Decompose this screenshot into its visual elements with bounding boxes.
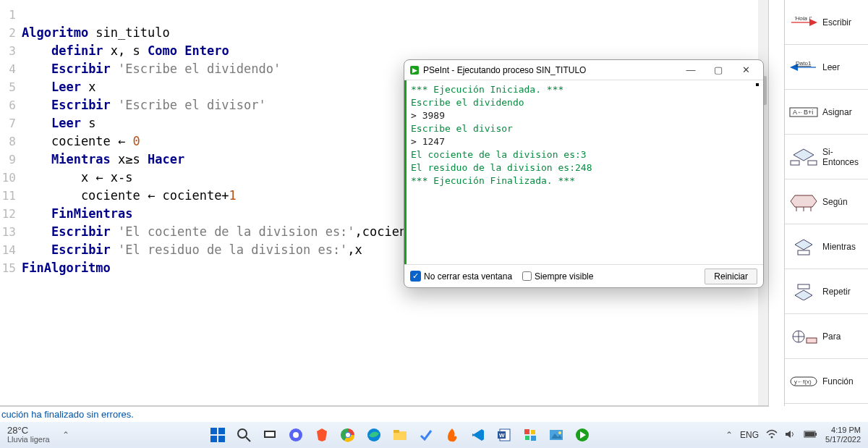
cursor-dot bbox=[756, 83, 759, 86]
clock-date: 5/17/2022 bbox=[825, 435, 861, 444]
svg-rect-26 bbox=[265, 432, 274, 436]
svg-rect-41 bbox=[531, 436, 536, 441]
cmd-si-entonces[interactable]: Si-Entonces bbox=[785, 135, 868, 179]
app-icon[interactable] bbox=[522, 427, 538, 443]
svg-rect-21 bbox=[210, 436, 217, 442]
brave-icon[interactable] bbox=[314, 427, 330, 443]
kw-algoritmo: Algoritmo bbox=[22, 25, 88, 40]
tray-chevron-icon[interactable]: ⌃ bbox=[726, 430, 733, 440]
todo-icon[interactable] bbox=[418, 427, 434, 443]
cmd-repetir[interactable]: Repetir bbox=[785, 269, 868, 314]
chk-label: No cerrar esta ventana bbox=[424, 271, 512, 282]
cmd-label: Mientras bbox=[822, 242, 868, 252]
para-icon bbox=[789, 324, 818, 350]
status-bar: cución ha finalizado sin errores. bbox=[0, 406, 769, 422]
flame-icon[interactable] bbox=[444, 427, 460, 443]
close-button[interactable]: ✕ bbox=[734, 64, 757, 75]
restart-button[interactable]: Reiniciar bbox=[705, 269, 757, 284]
svg-marker-11 bbox=[795, 240, 812, 250]
console-output[interactable]: *** Ejecución Iniciada. *** Escribe el d… bbox=[404, 80, 763, 264]
search-icon[interactable] bbox=[236, 427, 252, 443]
taskbar-center: W bbox=[75, 427, 726, 443]
svg-text:y←f(x): y←f(x) bbox=[794, 379, 812, 385]
cmd-asignar[interactable]: A←B+i Asignar bbox=[785, 90, 868, 135]
check-icon: ✓ bbox=[410, 271, 421, 282]
svg-text:W: W bbox=[499, 432, 505, 439]
svg-rect-39 bbox=[531, 430, 535, 434]
svg-point-31 bbox=[346, 433, 350, 437]
weather-cond: Lluvia ligera bbox=[7, 435, 50, 444]
asignar-icon: A←B+i bbox=[789, 99, 818, 125]
edge-icon[interactable] bbox=[366, 427, 382, 443]
svg-line-24 bbox=[246, 437, 250, 441]
svg-marker-4 bbox=[793, 149, 814, 161]
taskbar[interactable]: 28°C Lluvia ligera ⌃ bbox=[0, 422, 868, 448]
cmd-segun[interactable]: Según bbox=[785, 179, 868, 224]
popup-title-text: PSeInt - Ejecutando proceso SIN_TITULO bbox=[423, 65, 586, 75]
cmd-mientras[interactable]: Mientras bbox=[785, 224, 868, 269]
maximize-button[interactable]: ▢ bbox=[707, 64, 730, 75]
cmd-label: Para bbox=[822, 331, 868, 342]
cmd-label: Asignar bbox=[822, 107, 868, 117]
pseint-icon[interactable] bbox=[574, 427, 590, 443]
svg-marker-7 bbox=[791, 195, 817, 207]
status-text: cución ha finalizado sin errores. bbox=[1, 409, 134, 420]
svg-marker-48 bbox=[786, 431, 791, 438]
command-panel: 'Hola !' Escribir Dato1 Leer A←B+i Asign… bbox=[784, 0, 868, 406]
execution-window[interactable]: ▶ PSeInt - Ejecutando proceso SIN_TITULO… bbox=[404, 59, 764, 288]
svg-rect-19 bbox=[210, 428, 217, 434]
popup-titlebar[interactable]: ▶ PSeInt - Ejecutando proceso SIN_TITULO… bbox=[404, 60, 763, 80]
svg-rect-40 bbox=[525, 436, 529, 440]
checkbox[interactable] bbox=[522, 271, 532, 281]
cmd-leer[interactable]: Dato1 Leer bbox=[785, 45, 868, 90]
funcion-icon: y←f(x) bbox=[789, 368, 818, 394]
cmd-label: Según bbox=[822, 197, 868, 207]
explorer-icon[interactable] bbox=[392, 427, 408, 443]
start-icon[interactable] bbox=[210, 427, 226, 443]
svg-rect-6 bbox=[808, 161, 817, 165]
wifi-icon[interactable] bbox=[766, 429, 778, 441]
cmd-label: Si-Entonces bbox=[822, 147, 868, 167]
svg-rect-5 bbox=[791, 161, 799, 165]
svg-rect-38 bbox=[524, 429, 529, 434]
chk-label: Siempre visible bbox=[535, 271, 593, 282]
svg-point-28 bbox=[293, 432, 299, 438]
code-area[interactable]: Algoritmo sin_titulo definir x, s Como E… bbox=[22, 0, 422, 295]
segun-icon bbox=[789, 189, 818, 215]
cmd-escribir[interactable]: 'Hola !' Escribir bbox=[785, 0, 868, 45]
chrome-icon[interactable] bbox=[340, 427, 356, 443]
svg-marker-14 bbox=[795, 290, 812, 300]
leer-icon: Dato1 bbox=[789, 54, 818, 80]
weather-temp: 28°C bbox=[7, 426, 50, 435]
svg-rect-34 bbox=[393, 430, 399, 433]
volume-icon[interactable] bbox=[785, 429, 796, 441]
chevron-up-icon[interactable]: ⌃ bbox=[57, 430, 75, 440]
chk-no-close[interactable]: ✓ No cerrar esta ventana bbox=[410, 271, 512, 282]
word-icon[interactable]: W bbox=[496, 427, 512, 443]
cmd-label: Leer bbox=[822, 62, 868, 72]
svg-rect-13 bbox=[798, 284, 809, 289]
chat-icon[interactable] bbox=[288, 427, 304, 443]
clock[interactable]: 4:19 PM 5/17/2022 bbox=[825, 426, 861, 444]
photos-icon[interactable] bbox=[548, 427, 564, 443]
taskview-icon[interactable] bbox=[262, 427, 278, 443]
cmd-funcion[interactable]: y←f(x) Función bbox=[785, 359, 868, 404]
chk-always-visible[interactable]: Siempre visible bbox=[522, 271, 593, 282]
cmd-label: Función bbox=[822, 376, 868, 386]
svg-rect-16 bbox=[807, 338, 817, 343]
svg-rect-12 bbox=[798, 250, 809, 255]
escribir-icon: 'Hola !' bbox=[789, 9, 818, 35]
vscode-icon[interactable] bbox=[470, 427, 486, 443]
mientras-icon bbox=[789, 234, 818, 260]
lang-indicator[interactable]: ENG bbox=[740, 430, 759, 440]
popup-footer: ✓ No cerrar esta ventana Siempre visible… bbox=[404, 264, 763, 287]
system-tray[interactable]: ⌃ ENG 4:19 PM 5/17/2022 bbox=[726, 426, 868, 444]
svg-rect-20 bbox=[218, 428, 225, 434]
si-icon bbox=[789, 144, 818, 170]
kw-finalgoritmo: FinAlgoritmo bbox=[22, 261, 111, 275]
minimize-button[interactable]: — bbox=[679, 64, 702, 75]
repetir-icon bbox=[789, 279, 818, 305]
cmd-para[interactable]: Para bbox=[785, 314, 868, 359]
battery-icon[interactable] bbox=[804, 430, 818, 441]
weather-widget[interactable]: 28°C Lluvia ligera bbox=[0, 426, 57, 444]
